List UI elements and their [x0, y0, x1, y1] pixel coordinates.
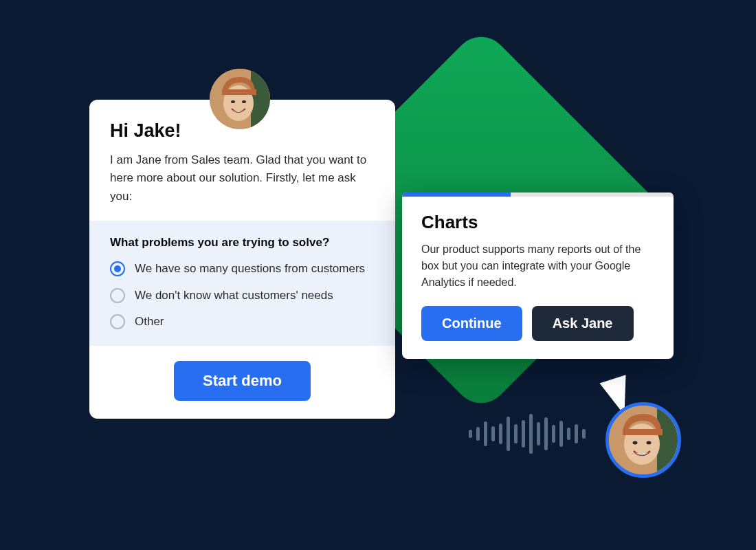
wave-bar [476, 427, 480, 441]
wave-bar [567, 428, 570, 440]
wave-bar [544, 417, 548, 450]
charts-body: Our product supports many reports out of… [421, 241, 654, 291]
wave-bar [537, 422, 540, 446]
svg-rect-9 [623, 429, 663, 435]
start-demo-button[interactable]: Start demo [174, 361, 311, 401]
svg-rect-3 [222, 89, 256, 95]
wave-bar [491, 426, 495, 441]
avatar-bottom [605, 402, 681, 478]
wave-bar [559, 421, 563, 447]
svg-rect-7 [657, 406, 678, 474]
waveform-icon [469, 414, 586, 454]
wave-bar [582, 429, 586, 439]
wave-bar [507, 417, 510, 451]
wave-bar [529, 414, 533, 454]
charts-card: Charts Our product supports many reports… [402, 192, 674, 359]
wave-bar [499, 424, 502, 444]
wave-bar [514, 424, 518, 443]
radio-icon [110, 314, 125, 329]
ask-jane-button[interactable]: Ask Jane [532, 306, 634, 341]
wave-bar [552, 425, 555, 443]
wave-bar [484, 421, 487, 446]
button-row: Continue Ask Jane [421, 306, 654, 341]
radio-icon [110, 288, 125, 303]
svg-point-11 [647, 441, 652, 445]
svg-point-10 [633, 441, 638, 445]
wave-bar [522, 420, 525, 448]
question-box: What problems you are trying to solve? W… [89, 221, 395, 346]
avatar-top [210, 69, 270, 129]
radio-option-1[interactable]: We don't know what customers' needs [110, 287, 375, 305]
radio-option-0[interactable]: We have so many questions from customers [110, 261, 375, 278]
wave-bar [575, 424, 578, 443]
intro-card: Hi Jake! I am Jane from Sales team. Glad… [89, 100, 395, 419]
question-title: What problems you are trying to solve? [110, 236, 375, 250]
wave-bar [469, 430, 472, 438]
svg-point-5 [242, 100, 246, 103]
radio-icon [110, 261, 125, 276]
charts-title: Charts [421, 212, 654, 233]
radio-label: We don't know what customers' needs [135, 287, 333, 305]
radio-label: We have so many questions from customers [135, 261, 365, 278]
radio-option-2[interactable]: Other [110, 314, 375, 331]
continue-button[interactable]: Continue [421, 306, 522, 341]
radio-label: Other [135, 314, 164, 331]
svg-point-4 [231, 100, 235, 103]
intro-text: I am Jane from Sales team. Glad that you… [89, 151, 395, 221]
